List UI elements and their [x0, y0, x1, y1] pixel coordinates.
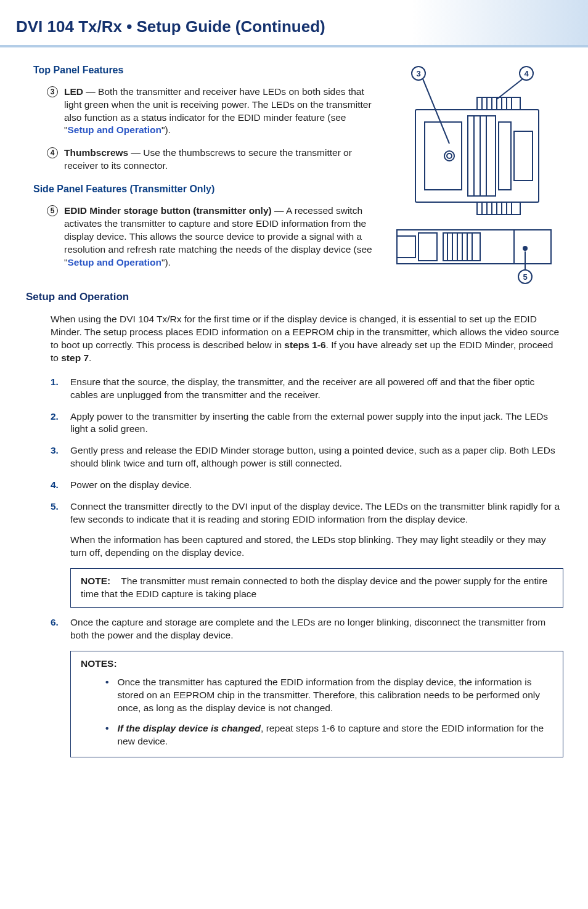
step-4-num: 4.	[51, 479, 62, 492]
steps-list: 1. Ensure that the source, the display, …	[51, 376, 563, 560]
svg-rect-21	[425, 122, 462, 190]
diagrams: 3 4	[391, 61, 563, 285]
feature-thumbscrews-title: Thumbscrews	[64, 147, 128, 158]
top-panel-heading: Top Panel Features	[33, 63, 378, 77]
notes2-list: • Once the transmitter has captured the …	[105, 676, 553, 748]
svg-line-1	[423, 79, 449, 144]
step-5-body: Connect the transmitter directly to the …	[70, 500, 563, 526]
step-5-num: 5.	[51, 500, 62, 560]
side-panel-heading: Side Panel Features (Transmitter Only)	[33, 182, 378, 196]
svg-rect-31	[397, 236, 415, 258]
side-view-diagram: 5	[391, 218, 563, 285]
svg-rect-22	[468, 116, 496, 196]
step-5: 5. Connect the transmitter directly to t…	[51, 500, 563, 560]
svg-rect-23	[499, 122, 511, 190]
bullet-icon: •	[105, 722, 108, 748]
step-4: 4. Power on the display device.	[51, 479, 563, 492]
svg-rect-32	[419, 233, 437, 261]
intro-b: steps 1-6	[284, 340, 325, 350]
step-3-num: 3.	[51, 444, 62, 470]
note-box-1: NOTE: The transmitter must remain connec…	[70, 568, 563, 608]
svg-point-41	[523, 247, 527, 250]
svg-point-26	[447, 153, 452, 158]
feature-thumbscrews: 4 Thumbscrews — Use the thumbscrews to s…	[47, 147, 378, 173]
page-content: Top Panel Features 3 LED — Both the tran…	[0, 47, 588, 776]
circled-5: 5	[47, 205, 58, 216]
feature-edid-title: EDID Minder storage button (transmitter …	[64, 205, 272, 216]
notes2-item2-bold: If the display device is changed	[117, 723, 261, 733]
circled-4: 4	[47, 147, 58, 158]
step-1-num: 1.	[51, 376, 62, 402]
feature-thumbscrews-body: Thumbscrews — Use the thumbscrews to sec…	[64, 147, 378, 173]
notes2-item1-body: Once the transmitter has captured the ED…	[117, 676, 553, 715]
top-view-diagram: 3 4	[391, 63, 563, 218]
note-box-2: NOTES: • Once the transmitter has captur…	[70, 651, 563, 758]
step-3: 3. Gently press and release the EDID Min…	[51, 444, 563, 470]
callout-3-label: 3	[416, 69, 420, 78]
svg-line-3	[497, 79, 523, 99]
feature-led-body: LED — Both the transmitter and receiver …	[64, 86, 378, 137]
step-5-body2: When the information has been captured a…	[70, 534, 563, 560]
step-2: 2. Apply power to the transmitter by ins…	[51, 410, 563, 436]
svg-point-25	[444, 151, 454, 161]
notes2-label: NOTES:	[81, 658, 117, 669]
svg-rect-4	[415, 110, 539, 202]
step-6-body: Once the capture and storage are complet…	[70, 616, 563, 642]
feature-led: 3 LED — Both the transmitter and receive…	[47, 86, 378, 137]
page-title: DVI 104 Tx/Rx • Setup Guide (Continued)	[16, 16, 572, 38]
svg-rect-30	[397, 230, 551, 264]
setup-intro: When using the DVI 104 Tx/Rx for the fir…	[51, 313, 563, 365]
step-4-body: Power on the display device.	[70, 479, 563, 492]
notes2-item-1: • Once the transmitter has captured the …	[105, 676, 553, 715]
svg-rect-13	[477, 202, 520, 214]
feature-edid-button: 5 EDID Minder storage button (transmitte…	[47, 205, 378, 269]
step-2-num: 2.	[51, 410, 62, 436]
setup-heading: Setup and Operation	[26, 290, 563, 304]
feature-edid-text-b: ").	[161, 257, 171, 267]
feature-edid-body: EDID Minder storage button (transmitter …	[64, 205, 378, 269]
bullet-icon: •	[105, 676, 108, 715]
step-1: 1. Ensure that the source, the display, …	[51, 376, 563, 402]
link-setup-operation-1[interactable]: Setup and Operation	[68, 124, 161, 135]
link-setup-operation-2[interactable]: Setup and Operation	[68, 257, 161, 267]
feature-led-text-b: ").	[161, 124, 171, 135]
step-2-body: Apply power to the transmitter by insert…	[70, 410, 563, 436]
feature-led-title: LED	[64, 86, 83, 97]
notes2-item-2: • If the display device is changed, repe…	[105, 722, 553, 748]
step-3-body: Gently press and release the EDID Minder…	[70, 444, 563, 470]
step-6: 6. Once the capture and storage are comp…	[51, 616, 563, 642]
callout-5-label: 5	[523, 272, 527, 282]
callout-4-label: 4	[524, 69, 529, 78]
note1-body: The transmitter must remain connected to…	[81, 576, 547, 599]
svg-rect-24	[514, 131, 533, 181]
steps-list-2: 6. Once the capture and storage are comp…	[51, 616, 563, 642]
page-header: DVI 104 Tx/Rx • Setup Guide (Continued)	[0, 0, 588, 47]
svg-rect-5	[477, 97, 520, 110]
note1-label: NOTE:	[81, 576, 110, 586]
step-6-num: 6.	[51, 616, 62, 642]
circled-3: 3	[47, 86, 58, 97]
intro-e: .	[89, 353, 91, 363]
intro-d: step 7	[61, 353, 89, 363]
step-1-body: Ensure that the source, the display, the…	[70, 376, 563, 402]
